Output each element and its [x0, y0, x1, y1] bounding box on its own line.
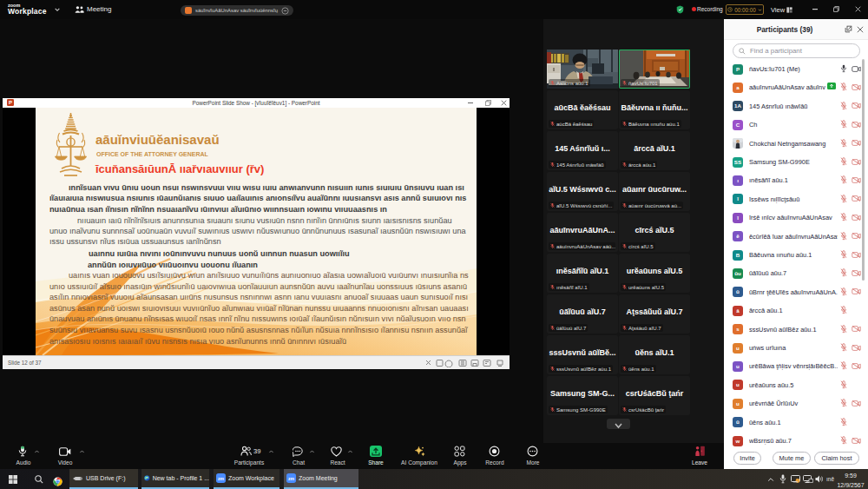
svg-text:zm: zm: [288, 476, 295, 481]
svg-text:zm: zm: [218, 476, 225, 481]
svg-text:P: P: [9, 100, 12, 105]
